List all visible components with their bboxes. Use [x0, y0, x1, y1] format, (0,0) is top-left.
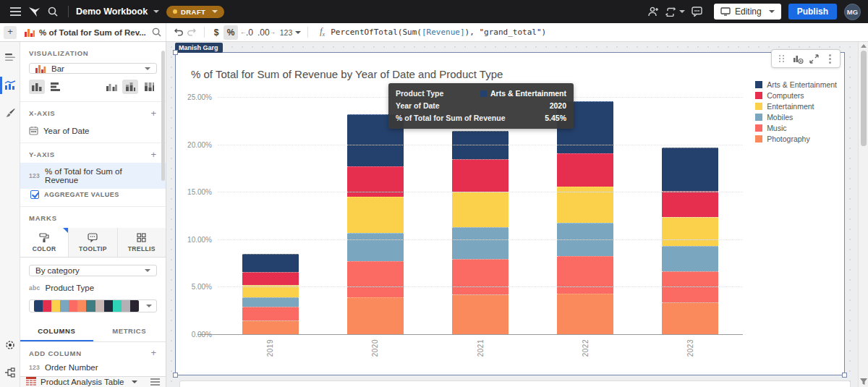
chart-elements-icon[interactable] [1, 77, 19, 94]
mode-selector-button[interactable]: Editing [714, 4, 781, 20]
currency-format-button[interactable]: $ [209, 25, 224, 40]
invite-user-icon[interactable] [644, 4, 663, 20]
resize-handle-bottom-right[interactable] [842, 373, 847, 378]
bar-segment[interactable] [452, 227, 509, 259]
chart-type-select[interactable]: Bar [29, 63, 157, 74]
color-palette-select[interactable] [29, 299, 157, 312]
bar-segment[interactable] [662, 246, 718, 272]
grouped-bar-icon[interactable] [103, 80, 119, 94]
bar-segment[interactable] [557, 153, 613, 186]
hamburger-menu-icon[interactable] [6, 4, 25, 20]
legend-item[interactable]: Photography [755, 135, 837, 143]
legend-item[interactable]: Entertainment [755, 102, 837, 111]
draft-badge[interactable]: DRAFT [166, 6, 224, 18]
stacked-100-bar-icon[interactable] [141, 80, 157, 94]
x-axis-field[interactable]: Year of Date [20, 122, 166, 140]
redo-button[interactable] [185, 25, 200, 40]
stacked-bar-icon[interactable] [122, 80, 138, 94]
formula-bar[interactable]: fx PercentOfTotal(Sum([Revenue]), "grand… [312, 23, 868, 41]
stacked-bar-2021[interactable] [452, 131, 509, 334]
sigma-logo[interactable] [25, 4, 43, 20]
stacked-bar-2019[interactable] [242, 254, 299, 334]
bar-segment[interactable] [662, 148, 718, 191]
panel-scrollbar[interactable] [161, 51, 165, 181]
bar-segment[interactable] [662, 217, 718, 246]
explore-chart-icon[interactable] [791, 51, 805, 66]
resize-handle-top-left[interactable] [173, 50, 178, 55]
search-icon[interactable] [43, 4, 62, 20]
legend-item[interactable]: Arts & Entertainment [755, 80, 837, 89]
stacked-bar-2023[interactable] [662, 148, 718, 334]
next-element-edge[interactable] [179, 380, 851, 387]
bar-segment[interactable] [452, 259, 509, 294]
bar-segment[interactable] [662, 191, 718, 217]
window-scrollbar[interactable] [858, 42, 868, 387]
y-axis-field[interactable]: 123 % of Total for Sum of Revenue [20, 163, 166, 189]
resize-handle-bottom-left[interactable] [173, 373, 178, 378]
workbook-canvas[interactable]: Manish Garg % of Total for Sum of Revenu… [166, 42, 858, 387]
version-history-icon[interactable] [663, 4, 688, 20]
user-avatar[interactable]: MG [844, 4, 861, 20]
tab-metrics[interactable]: METRICS [93, 321, 166, 341]
search-icon[interactable] [152, 27, 161, 37]
drag-handle-icon[interactable] [775, 51, 789, 66]
bar-segment[interactable] [347, 261, 404, 297]
tab-tooltip[interactable]: TOOLTIP [69, 228, 117, 257]
chevron-down-icon[interactable] [153, 10, 159, 13]
page-outline-icon[interactable] [1, 49, 19, 67]
bar-segment[interactable] [557, 256, 613, 294]
publish-button[interactable]: Publish [788, 4, 837, 20]
add-column-button[interactable]: + [151, 349, 157, 357]
bar-segment[interactable] [242, 307, 299, 320]
number-format-dropdown[interactable]: 123 [278, 25, 304, 40]
tab-columns[interactable]: COLUMNS [20, 321, 93, 341]
source-table-bar[interactable]: Product Analysis Table [20, 376, 166, 387]
decrease-decimal-button[interactable]: ←.0 [238, 25, 255, 40]
bar-segment[interactable] [242, 297, 299, 307]
stacked-bar-2022[interactable] [557, 101, 613, 334]
column-item[interactable]: 123 Order Number [20, 362, 166, 376]
legend-item[interactable]: Mobiles [755, 113, 837, 122]
bar-segment[interactable] [242, 272, 299, 285]
stacked-bar-2020[interactable] [347, 114, 404, 334]
lineage-icon[interactable] [1, 364, 19, 381]
format-brush-icon[interactable] [1, 104, 19, 122]
settings-gear-icon[interactable] [1, 336, 19, 354]
tab-color[interactable]: COLOR [20, 228, 69, 257]
bar-segment[interactable] [347, 297, 404, 334]
aggregate-checkbox[interactable] [30, 190, 39, 199]
bar-segment[interactable] [347, 233, 404, 261]
vertical-bar-icon[interactable] [29, 80, 45, 94]
color-by-select[interactable]: By category [29, 265, 157, 276]
x-axis-add-button[interactable]: + [151, 110, 157, 117]
bar-segment[interactable] [662, 302, 718, 334]
scrollbar-thumb[interactable] [861, 51, 867, 146]
legend-item[interactable]: Computers [755, 91, 837, 100]
bar-segment[interactable] [242, 320, 299, 334]
bar-segment[interactable] [242, 254, 299, 272]
y-axis-add-button[interactable]: + [151, 151, 157, 158]
element-title[interactable]: % of Total for Sum of Rev... [39, 28, 148, 37]
aggregate-values-row[interactable]: AGGREGATE VALUES [20, 189, 166, 207]
legend-item[interactable]: Music [755, 124, 837, 132]
bar-segment[interactable] [452, 159, 509, 192]
formula-text[interactable]: PercentOfTotal(Sum([Revenue]), "grand_to… [331, 27, 546, 37]
color-field[interactable]: abc Product Type [20, 282, 166, 297]
bar-segment[interactable] [452, 192, 509, 227]
undo-button[interactable] [171, 25, 185, 40]
kebab-menu-icon[interactable] [822, 51, 837, 66]
horizontal-bar-icon[interactable] [48, 80, 64, 94]
maximize-icon[interactable] [807, 51, 821, 66]
list-menu-icon[interactable] [150, 378, 160, 386]
scroll-up-arrow[interactable] [861, 44, 867, 48]
chart-element[interactable]: Manish Garg % of Total for Sum of Revenu… [175, 52, 845, 375]
add-element-button[interactable]: + [4, 26, 17, 39]
tab-trellis[interactable]: TRELLIS [118, 228, 166, 257]
comments-icon[interactable] [688, 4, 707, 20]
filter-icon[interactable] [860, 378, 867, 385]
percent-format-button[interactable]: % [224, 25, 238, 40]
bar-segment[interactable] [452, 294, 509, 334]
workbook-title[interactable]: Demo Workbook [76, 7, 148, 17]
bar-segment[interactable] [557, 294, 613, 334]
increase-decimal-button[interactable]: .00→ [255, 25, 278, 40]
